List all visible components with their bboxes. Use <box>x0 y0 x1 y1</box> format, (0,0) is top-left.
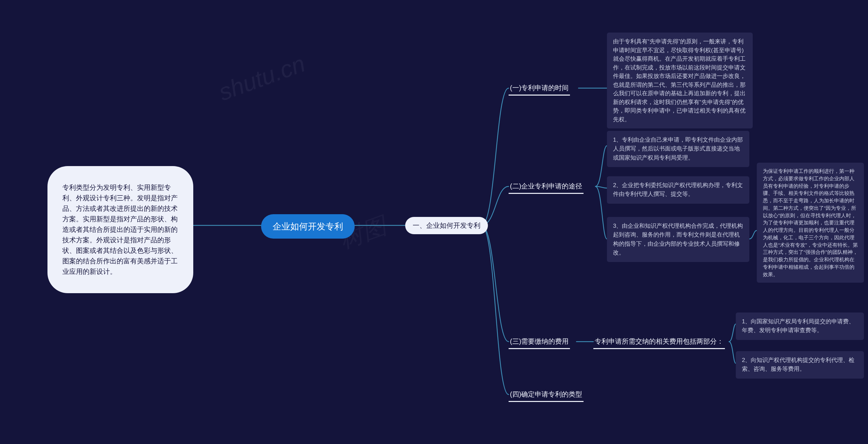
sec1-title[interactable]: (一)专利申请的时间 <box>509 83 570 96</box>
sec4-title[interactable]: (四)确定申请专利的类型 <box>509 389 584 402</box>
sec3-f2[interactable]: 2、向知识产权代理机构提交的专利代理、检索、咨询、服务等费用。 <box>736 351 864 379</box>
level1-node[interactable]: 一、企业如何开发专利 <box>405 217 488 234</box>
root-node[interactable]: 企业如何开发专利 <box>261 214 355 239</box>
sec3-f1[interactable]: 1、向国家知识产权局专利局提交的申请费、年费、发明专利申请审查费等。 <box>736 312 864 340</box>
sec3-sub[interactable]: 专利申请所需交纳的相关费用包括两部分： <box>593 336 725 349</box>
left-summary-node[interactable]: 专利类型分为发明专利、实用新型专利、外观设计专利三种。发明是指对产品、方法或者其… <box>47 166 193 293</box>
sec2-p1[interactable]: 1、专利由企业自己来申请，即专利文件由企业内部人员撰写，然后以书面或电子版形式直… <box>607 131 749 167</box>
sec2-p3[interactable]: 3、由企业和知识产权代理机构合作完成，代理机构起到咨询、服务的作用，而专利文件则… <box>607 217 749 262</box>
sec3-title[interactable]: (三)需要缴纳的费用 <box>509 336 570 349</box>
sec2-p2[interactable]: 2、企业把专利委托知识产权代理机构办理，专利文件由专利代理人撰写、提交等。 <box>607 176 749 204</box>
sec2-p3-detail[interactable]: 为保证专利申请工作的顺利进行，第一种方式，必须要求做专利工作的企业内部人员有专利… <box>757 163 864 283</box>
watermark: shutu.cn <box>215 50 309 106</box>
sec1-detail[interactable]: 由于专利具有“先申请先得”的原则，一般来讲，专利申请时间宜早不宜迟，尽快取得专利… <box>607 33 753 128</box>
sec2-title[interactable]: (二)企业专利申请的途径 <box>509 181 584 194</box>
